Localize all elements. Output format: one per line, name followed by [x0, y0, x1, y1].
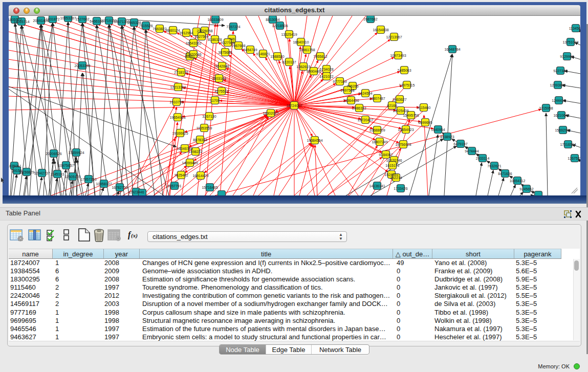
svg-text:14055714: 14055714 — [13, 20, 29, 24]
svg-text:7625402: 7625402 — [174, 173, 188, 177]
svg-text:62160: 62160 — [387, 104, 397, 107]
svg-text:7663822: 7663822 — [153, 27, 166, 31]
svg-text:10973493: 10973493 — [390, 54, 406, 57]
svg-text:8186328: 8186328 — [208, 38, 222, 41]
svg-text:2933114: 2933114 — [476, 157, 490, 160]
svg-text:9777169: 9777169 — [333, 80, 346, 83]
svg-text:6734028: 6734028 — [319, 68, 333, 71]
svg-text:746266: 746266 — [346, 84, 358, 88]
svg-text:13751074: 13751074 — [562, 40, 578, 44]
svg-text:8990448: 8990448 — [307, 70, 320, 73]
svg-text:(x): (x) — [131, 232, 138, 239]
svg-text:16033809: 16033809 — [207, 18, 223, 21]
svg-text:1624554: 1624554 — [358, 92, 372, 95]
svg-text:10025438: 10025438 — [393, 109, 408, 113]
svg-text:9463627: 9463627 — [393, 98, 406, 101]
svg-text:6479197: 6479197 — [453, 142, 467, 146]
svg-text:3267130: 3267130 — [202, 115, 216, 118]
svg-text:3912954: 3912954 — [179, 31, 193, 35]
svg-text:1134567: 1134567 — [569, 27, 580, 30]
svg-text:1498222: 1498222 — [188, 150, 202, 154]
svg-text:9129966: 9129966 — [560, 55, 574, 58]
svg-text:8660124: 8660124 — [166, 29, 180, 32]
svg-text:10654112: 10654112 — [510, 179, 526, 183]
svg-text:19166825: 19166825 — [172, 132, 188, 135]
svg-text:12942737: 12942737 — [34, 171, 50, 175]
svg-text:14099489: 14099489 — [182, 161, 198, 165]
svg-text:15716485: 15716485 — [202, 186, 217, 189]
svg-text:1267533: 1267533 — [568, 157, 580, 160]
svg-text:8471636: 8471636 — [498, 172, 512, 176]
svg-text:8878334: 8878334 — [193, 138, 207, 142]
svg-text:8220137: 8220137 — [282, 60, 296, 64]
svg-text:1362615: 1362615 — [296, 65, 310, 69]
svg-text:8454749: 8454749 — [243, 48, 257, 52]
svg-text:7955812: 7955812 — [313, 55, 327, 58]
svg-text:12213967: 12213967 — [386, 35, 402, 39]
svg-text:12093872: 12093872 — [550, 83, 565, 87]
svg-text:10653287: 10653287 — [60, 16, 76, 20]
svg-text:6497568: 6497568 — [340, 89, 354, 92]
svg-text:12218506: 12218506 — [272, 24, 288, 28]
svg-text:9245652: 9245652 — [519, 187, 533, 191]
svg-text:1931872: 1931872 — [46, 17, 59, 21]
svg-text:22420046: 22420046 — [185, 53, 201, 56]
svg-text:1588520: 1588520 — [270, 55, 284, 58]
svg-text:10807487: 10807487 — [369, 97, 385, 100]
svg-text:16648784: 16648784 — [444, 48, 460, 51]
svg-text:9242848: 9242848 — [215, 64, 229, 68]
svg-text:9227342: 9227342 — [553, 69, 567, 73]
svg-text:12975115: 12975115 — [399, 83, 415, 87]
svg-text:17957253: 17957253 — [80, 178, 96, 181]
svg-text:2718176: 2718176 — [174, 71, 188, 74]
svg-text:1835061: 1835061 — [9, 164, 21, 168]
svg-text:14136141: 14136141 — [369, 184, 385, 188]
svg-text:23226058: 23226058 — [197, 29, 212, 33]
svg-text:11353559: 11353559 — [197, 126, 212, 130]
svg-text:546: 546 — [229, 37, 235, 41]
svg-text:16210643: 16210643 — [553, 114, 569, 117]
svg-text:15720407: 15720407 — [357, 118, 373, 122]
svg-text:18724007: 18724007 — [286, 104, 302, 107]
svg-text:2967608: 2967608 — [231, 44, 245, 48]
svg-text:6699695: 6699695 — [418, 121, 432, 124]
svg-text:19654963: 19654963 — [169, 116, 185, 119]
svg-text:2687682: 2687682 — [363, 17, 377, 21]
svg-text:8938923: 8938923 — [440, 135, 454, 139]
svg-text:1527602: 1527602 — [75, 17, 89, 21]
svg-text:3875685: 3875685 — [218, 51, 232, 54]
svg-text:1640954: 1640954 — [431, 128, 445, 132]
svg-text:18640910: 18640910 — [293, 40, 309, 44]
svg-text:1733426: 1733426 — [394, 187, 407, 190]
svg-text:3215958: 3215958 — [539, 106, 553, 110]
svg-text:19756928: 19756928 — [395, 143, 411, 146]
svg-text:18302027: 18302027 — [263, 112, 278, 115]
svg-text:16154838: 16154838 — [373, 28, 388, 32]
svg-text:1244415: 1244415 — [552, 99, 565, 102]
svg-text:19384554: 19384554 — [307, 139, 322, 142]
svg-text:1615172: 1615172 — [385, 164, 399, 167]
svg-text:9327509: 9327509 — [194, 35, 208, 38]
svg-text:8813054: 8813054 — [266, 18, 279, 21]
svg-text:15692971: 15692971 — [555, 128, 571, 132]
svg-text:1010755: 1010755 — [169, 100, 183, 104]
svg-text:16782759: 16782759 — [112, 186, 127, 189]
svg-text:10688609: 10688609 — [369, 128, 385, 132]
svg-text:20206526: 20206526 — [46, 152, 61, 156]
svg-text:12505135: 12505135 — [64, 175, 80, 179]
svg-text:17359924: 17359924 — [68, 151, 84, 155]
svg-text:15495758: 15495758 — [403, 114, 419, 117]
svg-text:2803144: 2803144 — [212, 77, 226, 80]
svg-text:12213369: 12213369 — [170, 85, 186, 89]
svg-text:7485063: 7485063 — [397, 69, 411, 72]
svg-text:252214: 252214 — [390, 176, 402, 180]
svg-text:18807249: 18807249 — [372, 140, 387, 144]
svg-text:7515526: 7515526 — [139, 24, 153, 28]
svg-text:13325419: 13325419 — [281, 33, 297, 36]
svg-text:16543362: 16543362 — [185, 41, 201, 45]
svg-text:11700: 11700 — [210, 99, 220, 102]
svg-text:11156829: 11156829 — [19, 170, 34, 174]
svg-text:9184067: 9184067 — [379, 153, 393, 157]
svg-text:12923446: 12923446 — [128, 190, 144, 194]
svg-text:20364436: 20364436 — [343, 99, 359, 102]
